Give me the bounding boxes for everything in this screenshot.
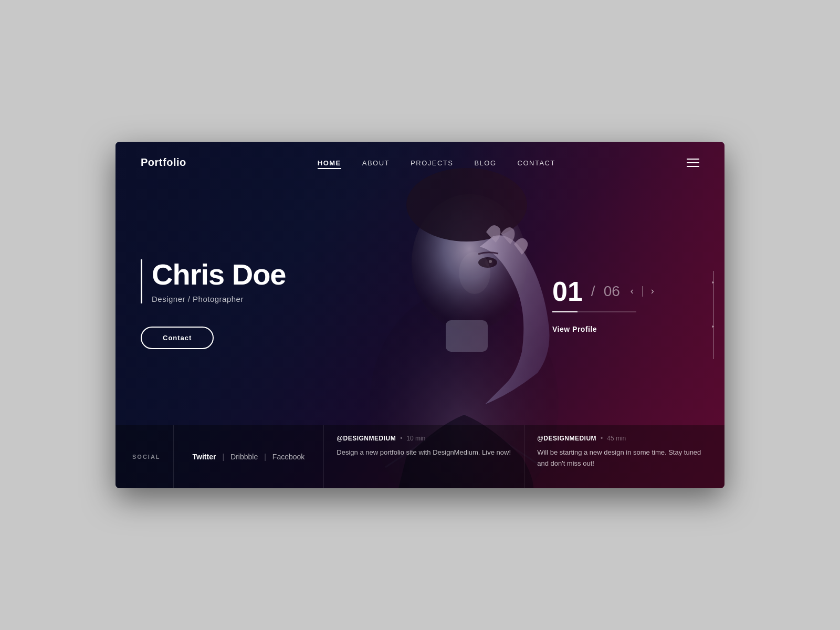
hero-content: Chris Doe Designer / Photographer Contac… <box>116 183 724 425</box>
social-feed: @DESIGNMEDIUM • 10 min Design a new port… <box>324 425 724 488</box>
nav-links: HOME ABOUT PROJECTS BLOG CONTACT <box>318 158 555 167</box>
slide-total: 06 <box>604 283 620 300</box>
social-tab-dribbble[interactable]: Dribbble <box>224 453 264 461</box>
hero-right: 01 / 06 ‹ › View Profile <box>552 276 699 333</box>
view-profile-link[interactable]: View Profile <box>552 325 597 333</box>
slide-nav: ‹ › <box>628 284 656 299</box>
nav-item-home[interactable]: HOME <box>318 158 341 167</box>
tweet-time-1: 10 min <box>406 435 425 442</box>
tweet-handle-1: @DESIGNMEDIUM <box>337 435 396 442</box>
nav-link-home[interactable]: HOME <box>318 159 341 169</box>
social-tab-facebook[interactable]: Facebook <box>266 453 311 461</box>
slide-progress-bar <box>552 311 636 312</box>
slide-divider: / <box>591 283 595 300</box>
hamburger-line-3 <box>687 166 699 167</box>
nav-link-contact[interactable]: CONTACT <box>518 159 555 167</box>
nav-item-about[interactable]: ABOUT <box>362 158 390 167</box>
contact-button[interactable]: Contact <box>141 327 214 349</box>
social-tabs: Twitter | Dribbble | Facebook <box>174 425 324 488</box>
nav-item-blog[interactable]: BLOG <box>474 158 496 167</box>
tweet-dot-2: • <box>601 435 603 442</box>
hamburger-line-1 <box>687 159 699 160</box>
browser-window: Portfolio HOME ABOUT PROJECTS BLOG CONTA… <box>116 142 724 488</box>
nav-item-contact[interactable]: CONTACT <box>518 158 555 167</box>
hero-left: Chris Doe Designer / Photographer Contac… <box>141 259 361 349</box>
hero-subtitle: Designer / Photographer <box>152 295 361 303</box>
name-block: Chris Doe Designer / Photographer <box>141 259 361 303</box>
tweet-time-2: 45 min <box>607 435 626 442</box>
slide-counter: 01 / 06 ‹ › <box>552 276 656 307</box>
hamburger-menu[interactable] <box>687 159 699 167</box>
nav-link-about[interactable]: ABOUT <box>362 159 390 167</box>
slide-current: 01 <box>552 276 583 307</box>
hero-name: Chris Doe <box>152 259 361 290</box>
social-label-column: SOCIAL <box>116 425 174 488</box>
hero-section: Portfolio HOME ABOUT PROJECTS BLOG CONTA… <box>116 142 724 488</box>
hamburger-line-2 <box>687 162 699 163</box>
tweet-dot-1: • <box>400 435 402 442</box>
tweet-meta-1: @DESIGNMEDIUM • 10 min <box>337 435 511 442</box>
nav-link-projects[interactable]: PROJECTS <box>411 159 453 167</box>
tweet-handle-2: @DESIGNMEDIUM <box>537 435 596 442</box>
slide-nav-separator <box>642 286 643 297</box>
slide-prev-button[interactable]: ‹ <box>628 284 636 299</box>
tweet-card-2: @DESIGNMEDIUM • 45 min Will be starting … <box>524 425 724 488</box>
tweet-meta-2: @DESIGNMEDIUM • 45 min <box>537 435 712 442</box>
tweet-text-1: Design a new portfolio site with DesignM… <box>337 447 511 458</box>
navbar: Portfolio HOME ABOUT PROJECTS BLOG CONTA… <box>116 142 724 183</box>
nav-link-blog[interactable]: BLOG <box>474 159 496 167</box>
brand-logo: Portfolio <box>141 156 186 169</box>
tweet-card-1: @DESIGNMEDIUM • 10 min Design a new port… <box>324 425 524 488</box>
tweet-text-2: Will be starting a new design in some ti… <box>537 447 712 469</box>
slide-progress-fill <box>552 311 578 312</box>
social-bar: SOCIAL Twitter | Dribbble | Facebook @DE… <box>116 425 724 488</box>
social-tab-twitter[interactable]: Twitter <box>186 453 223 461</box>
nav-item-projects[interactable]: PROJECTS <box>411 158 453 167</box>
social-label: SOCIAL <box>132 454 161 460</box>
slide-next-button[interactable]: › <box>649 284 656 299</box>
